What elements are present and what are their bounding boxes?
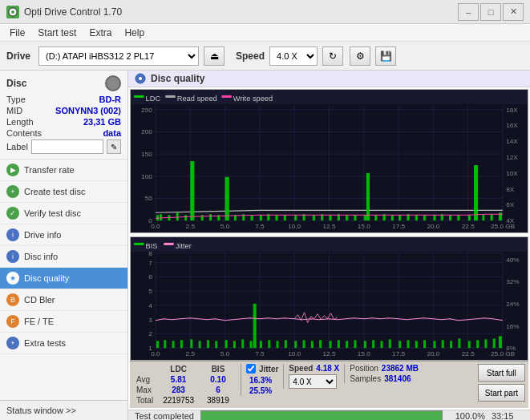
samples-label: Samples <box>350 374 381 383</box>
type-label: Type <box>6 95 26 104</box>
contents-label: Contents <box>6 128 42 138</box>
nav-create-test-disc[interactable]: + Create test disc <box>0 181 127 203</box>
max-row: Max 283 6 <box>133 385 236 395</box>
svg-rect-171 <box>364 341 366 348</box>
svg-text:2: 2 <box>148 331 152 338</box>
svg-rect-157 <box>250 341 253 348</box>
content-header: Disc quality <box>128 71 530 87</box>
menu-file[interactable]: File <box>3 26 31 40</box>
save-button[interactable]: 💾 <box>375 46 396 66</box>
speed-stat-val: 4.18 X <box>316 364 339 373</box>
length-label: Length <box>6 117 34 127</box>
svg-rect-187 <box>499 336 502 348</box>
nav-drive-info[interactable]: i Drive info <box>0 224 127 246</box>
svg-text:Jitter: Jitter <box>176 242 192 250</box>
label-input[interactable] <box>31 139 103 154</box>
close-button[interactable]: ✕ <box>503 3 524 21</box>
svg-rect-181 <box>450 341 452 348</box>
svg-rect-99 <box>134 243 144 245</box>
svg-text:32%: 32% <box>506 278 519 285</box>
svg-text:22.5: 22.5 <box>462 350 475 357</box>
svg-rect-161 <box>277 341 279 348</box>
svg-rect-158 <box>253 304 257 348</box>
svg-text:250: 250 <box>141 107 152 114</box>
svg-rect-162 <box>285 340 287 348</box>
svg-rect-86 <box>415 215 418 220</box>
svg-rect-55 <box>160 214 162 220</box>
svg-rect-71 <box>294 215 297 220</box>
start-full-button[interactable]: Start full <box>478 364 525 382</box>
svg-text:10.0: 10.0 <box>288 223 301 230</box>
maximize-button[interactable]: □ <box>480 3 501 21</box>
menu-start-test[interactable]: Start test <box>31 26 83 40</box>
svg-text:6X: 6X <box>506 202 515 209</box>
nav-fe-te[interactable]: F FE / TE <box>0 311 127 333</box>
svg-rect-75 <box>330 215 332 220</box>
svg-rect-61 <box>209 214 212 220</box>
eject-button[interactable]: ⏏ <box>204 46 225 66</box>
svg-rect-175 <box>399 341 401 348</box>
ldc-column-header: LDC <box>156 364 200 374</box>
nav-verify-test-disc[interactable]: ✓ Verify test disc <box>0 203 127 224</box>
nav-icon-create: + <box>6 185 19 198</box>
settings-button[interactable]: ⚙ <box>350 46 370 66</box>
svg-text:17.5: 17.5 <box>392 350 406 357</box>
nav-icon-fete: F <box>6 315 19 328</box>
progress-time: 33:15 <box>492 411 524 420</box>
content-area: Disc quality LDC Read speed Write speed <box>128 71 530 420</box>
start-part-button[interactable]: Start part <box>478 384 525 402</box>
nav-icon-bler: B <box>6 293 19 306</box>
chart1-svg: LDC Read speed Write speed <box>131 90 528 232</box>
svg-rect-173 <box>380 341 382 348</box>
ldc-total: 2219753 <box>156 395 200 406</box>
speed-stat-select[interactable]: 4.0 X <box>289 374 337 389</box>
mid-value: SONYNN3 (002) <box>55 106 121 115</box>
svg-rect-166 <box>319 340 322 348</box>
svg-rect-81 <box>374 215 377 220</box>
svg-text:BIS: BIS <box>146 242 158 250</box>
svg-text:20.0: 20.0 <box>427 350 440 357</box>
refresh-button[interactable]: ↻ <box>322 46 343 66</box>
disc-quality-icon <box>135 73 146 84</box>
chart1-container: LDC Read speed Write speed <box>130 89 528 233</box>
svg-text:7.5: 7.5 <box>255 350 265 357</box>
nav-disc-quality[interactable]: ★ Disc quality <box>0 268 127 289</box>
svg-point-1 <box>11 10 14 14</box>
progress-bar <box>200 410 443 420</box>
svg-rect-57 <box>176 212 179 220</box>
drive-label: Drive <box>6 50 30 62</box>
status-window-button[interactable]: Status window >> <box>0 400 127 420</box>
minimize-button[interactable]: – <box>458 3 479 21</box>
svg-rect-152 <box>207 340 209 348</box>
svg-text:17.5: 17.5 <box>392 223 406 230</box>
svg-rect-150 <box>190 339 192 348</box>
menu-help[interactable]: Help <box>118 26 151 40</box>
svg-text:15.0: 15.0 <box>358 350 371 357</box>
nav-label-verify: Verify test disc <box>24 208 81 218</box>
nav-disc-info[interactable]: i Disc info <box>0 246 127 268</box>
svg-rect-79 <box>364 215 366 220</box>
window-controls: – □ ✕ <box>458 3 524 21</box>
svg-text:5.0: 5.0 <box>220 350 230 357</box>
nav-cd-bler[interactable]: B CD Bler <box>0 289 127 311</box>
drive-select[interactable]: (D:) ATAPI iHBS312 2 PL17 <box>38 46 199 66</box>
disc-section-title: Disc <box>6 78 26 89</box>
label-edit-button[interactable]: ✎ <box>107 139 121 154</box>
nav-label-drive: Drive info <box>24 230 61 240</box>
svg-text:2.5: 2.5 <box>186 223 196 230</box>
jitter-checkbox[interactable] <box>246 364 256 374</box>
svg-rect-146 <box>156 341 159 348</box>
svg-text:22.5: 22.5 <box>462 223 475 230</box>
speed-select[interactable]: 4.0 X <box>269 46 318 66</box>
svg-text:2.5: 2.5 <box>186 350 196 357</box>
nav-transfer-rate[interactable]: ▶ Transfer rate <box>0 160 127 181</box>
disc-icon <box>105 75 121 91</box>
content-title: Disc quality <box>151 73 204 84</box>
svg-rect-153 <box>215 341 217 348</box>
menu-extra[interactable]: Extra <box>83 26 118 40</box>
total-row: Total 2219753 38919 <box>133 395 236 406</box>
nav-icon-drive: i <box>6 228 19 241</box>
svg-rect-69 <box>275 215 277 220</box>
svg-text:Write speed: Write speed <box>233 95 273 103</box>
nav-extra-tests[interactable]: + Extra tests <box>0 333 127 354</box>
